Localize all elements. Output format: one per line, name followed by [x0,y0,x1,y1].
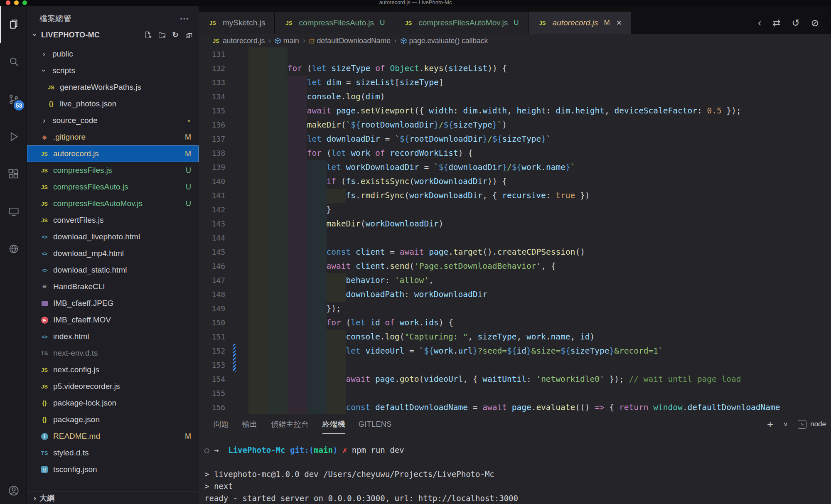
editor-tab[interactable]: JSmySketch.js [199,12,275,34]
file-item[interactable]: JScompressFiles.jsU [27,162,199,179]
file-item[interactable]: ◆.gitignoreM [27,129,199,145]
line-number[interactable]: 139 [199,160,231,175]
line-number[interactable]: 144 [199,231,231,245]
activity-item-run-and-debug[interactable] [0,118,27,155]
file-item[interactable]: <>download_livephoto.html [27,229,199,245]
code-line[interactable]: 150for (let id of work.ids) { [199,316,831,330]
code-line[interactable]: 139let workDownloadDir = `${downloadDir}… [199,160,831,175]
line-number[interactable]: 138 [199,146,231,160]
breadcrumb-item[interactable]: JSautorecord.js [212,36,265,46]
activity-item-search[interactable] [0,43,27,81]
code-line[interactable]: 151console.log("Capturing: ", sizeType, … [199,330,831,344]
file-item[interactable]: JSconvertFiles.js [27,212,199,229]
panel-tab[interactable]: 問題 [214,414,229,434]
line-number[interactable]: 149 [199,302,231,316]
code-line[interactable]: 147behavior: 'allow', [199,273,831,288]
editor-tab[interactable]: JScompressFilesAutoMov.jsU [394,12,528,34]
line-number[interactable]: 151 [199,330,231,344]
new-terminal-icon[interactable]: + [767,419,773,430]
activity-item-remote-explor[interactable] [0,193,27,230]
code-line[interactable]: 141fs.rmdirSync(workDownloadDir, { recur… [199,189,831,203]
editor-tab[interactable]: JScompressFilesAuto.jsU [275,12,394,34]
circle-slash-icon[interactable]: ⊘ [811,17,819,29]
line-number[interactable]: 137 [199,132,231,146]
code-line[interactable]: 146await client.send('Page.setDownloadBe… [199,259,831,273]
code-line[interactable]: 145const client = await page.target().cr… [199,245,831,259]
line-number[interactable]: 155 [199,386,231,401]
line-number[interactable]: 143 [199,217,231,231]
code-line[interactable]: 144 [199,231,831,245]
line-number[interactable]: 140 [199,175,231,189]
breadcrumb-item[interactable]: page.evaluate() callback [401,37,488,45]
line-number[interactable]: 141 [199,189,231,203]
collapse-all-icon[interactable] [185,31,193,39]
more-actions-icon[interactable]: ⋯ [179,13,189,24]
code-line[interactable]: 142} [199,203,831,217]
file-item[interactable]: <>download_static.html [27,262,199,278]
file-item[interactable]: JSnext.config.js [27,361,199,378]
line-number[interactable]: 133 [199,76,231,90]
code-line[interactable]: 154await page.goto(videoUrl, { waitUntil… [199,372,831,386]
code-line[interactable]: 138for (let work of recordWorkList) { [199,146,831,160]
line-number[interactable]: 153 [199,358,231,372]
code-line[interactable]: 143makeDir(workDownloadDir) [199,217,831,231]
file-item[interactable]: {}package.json [27,411,199,428]
activity-item-extensions[interactable] [0,155,27,193]
file-item[interactable]: JSp5.videorecorder.js [27,378,199,395]
line-number[interactable]: 136 [199,118,231,132]
code-line[interactable]: 132for (let sizeType of Object.keys(size… [199,61,831,76]
folder-item[interactable]: ›public [27,46,199,62]
file-item[interactable]: JScompressFilesAuto.jsU [27,179,199,195]
line-number[interactable]: 134 [199,90,231,104]
terminal[interactable]: ○ → LivePhoto-Mc git:(main) ✗ npm run de… [199,434,831,504]
breadcrumb-item[interactable]: main [275,37,299,45]
chevron-down-icon[interactable]: ∨ [783,420,788,428]
code-line[interactable]: 149}); [199,302,831,316]
code-line[interactable]: 155 [199,386,831,401]
activity-item-live-preview[interactable] [0,230,27,268]
code-line[interactable]: 156const defaultDownloadName = await pag… [199,401,831,414]
back-icon[interactable]: ↺ [792,17,800,29]
file-item[interactable]: {}live_photos.json [27,96,199,112]
file-item[interactable]: <>index.html [27,328,199,345]
code-line[interactable]: 153 [199,358,831,372]
outline-section-header[interactable]: › 大綱 [27,492,199,504]
file-item[interactable]: TSstyled.d.ts [27,445,199,461]
new-file-icon[interactable] [144,31,152,39]
file-item[interactable]: {}package-lock.json [27,395,199,411]
code-line[interactable]: 136makeDir(`${rootDownloadDir}/${sizeTyp… [199,118,831,132]
breadcrumb-item[interactable]: ⊡defaultDownloadName [309,37,390,45]
folder-item[interactable]: ›source_code● [27,112,199,129]
file-item[interactable]: <>download_mp4.html [27,245,199,262]
folder-item[interactable]: ›scripts [27,62,199,79]
file-item[interactable]: iREADME.mdM [27,428,199,445]
panel-tab[interactable]: 偵錯主控台 [271,414,309,434]
line-number[interactable]: 150 [199,316,231,330]
file-item[interactable]: ≡HandBrakeCLI [27,278,199,295]
code-line[interactable]: 152let videoUrl = `${work.url}?seed=${id… [199,344,831,358]
line-number[interactable]: 152 [199,344,231,358]
code-line[interactable]: 140if (fs.existsSync(workDownloadDir)) { [199,175,831,189]
chevron-left-icon[interactable]: ‹ [758,17,762,29]
file-item[interactable]: IMB_cfaeff.JPEG [27,295,199,312]
line-number[interactable]: 147 [199,273,231,288]
file-item[interactable]: JSautorecord.jsM [27,145,199,162]
line-number[interactable]: 148 [199,288,231,302]
line-number[interactable]: 132 [199,61,231,76]
line-number[interactable]: 146 [199,259,231,273]
code-line[interactable]: 134console.log(dim) [199,90,831,104]
project-section-header[interactable]: › LIVEPHOTO-MC ↻ [27,26,199,44]
file-item[interactable]: JScompressFilesAutoMov.jsU [27,195,199,212]
terminal-instance[interactable]: > node [798,420,826,429]
close-icon[interactable]: × [617,18,622,27]
code-line[interactable]: 133let dim = sizeList[sizeType] [199,76,831,90]
file-item[interactable]: TSnext-env.d.ts [27,345,199,361]
activity-item-accounts[interactable] [0,478,27,503]
file-item[interactable]: {}tsconfig.json [27,461,199,478]
code-line[interactable]: 131 [199,47,831,61]
code-line[interactable]: 135await page.setViewport({ width: dim.w… [199,104,831,118]
editor-tab[interactable]: JSautorecord.jsM× [529,12,632,34]
refresh-icon[interactable]: ↻ [172,30,179,39]
code-line[interactable]: 148downloadPath: workDownloadDir [199,288,831,302]
line-number[interactable]: 142 [199,203,231,217]
